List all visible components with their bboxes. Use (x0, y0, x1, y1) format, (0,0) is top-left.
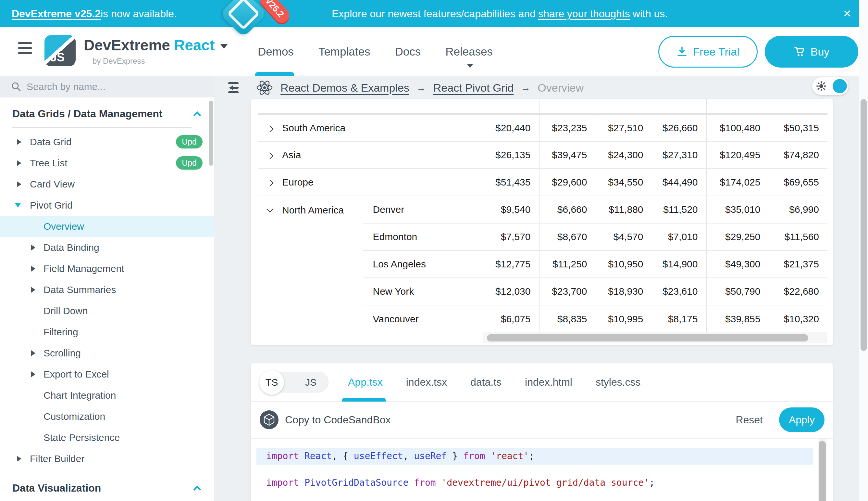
sidebar-item-tree-list[interactable]: Tree ListUpd (0, 152, 214, 173)
pivot-cell: $6,990 (769, 196, 827, 223)
sidebar-item-card-view[interactable]: Card View (0, 173, 214, 195)
nav-item-releases[interactable]: Releases (446, 45, 493, 58)
sidebar-item-label: Pivot Grid (30, 200, 73, 211)
pivot-cell: $34,550 (596, 169, 652, 196)
file-tab-App-tsx[interactable]: App.tsx (348, 376, 383, 388)
pivot-cell: $44,490 (652, 169, 706, 196)
sidebar-item-state-persistence[interactable]: State Persistence (0, 427, 214, 448)
sidebar-item-label: Scrolling (44, 348, 81, 359)
nav-item-demos[interactable]: Demos (258, 45, 294, 58)
pivot-city-header[interactable]: New York (363, 278, 483, 305)
breadcrumb-link-0[interactable]: React Demos & Examples (281, 82, 409, 94)
apply-button[interactable]: Apply (779, 407, 824, 432)
sidebar-item-drill-down[interactable]: Drill Down (0, 300, 214, 321)
collapsed-arrow-icon (31, 266, 35, 271)
collapse-chevron-icon[interactable] (266, 206, 273, 213)
sidebar-item-overview[interactable]: Overview (0, 216, 214, 237)
pivot-city-header[interactable]: Los Angeles (363, 250, 483, 278)
collapse-sidebar-icon[interactable] (225, 81, 240, 94)
code-editor[interactable]: import React, { useEffect, useRef } from… (251, 439, 833, 501)
expand-chevron-icon[interactable] (266, 125, 273, 132)
sidebar-item-filtering[interactable]: Filtering (0, 321, 214, 342)
pivot-row-header[interactable]: Europe (258, 169, 483, 196)
pivot-city-header[interactable]: Vancouver (363, 305, 483, 332)
sidebar-item-label: Drill Down (44, 306, 88, 317)
expanded-arrow-icon (15, 203, 21, 207)
codesandbox-icon[interactable] (260, 411, 278, 429)
expand-chevron-icon[interactable] (266, 152, 273, 159)
page-scrollbar-thumb[interactable] (860, 99, 867, 351)
search-input[interactable] (26, 81, 183, 92)
sidebar-item-chart-integration[interactable]: Chart Integration (0, 385, 214, 406)
reset-button[interactable]: Reset (736, 414, 763, 426)
file-tab-styles-css[interactable]: styles.css (596, 376, 641, 388)
pivot-row-header[interactable]: Asia (258, 141, 483, 169)
language-toggle-knob[interactable]: TS (259, 370, 284, 395)
collapsed-arrow-icon (17, 160, 21, 166)
pivot-grid: South America$20,440$23,235$27,510$26,66… (258, 99, 827, 332)
sidebar-item-pivot-grid[interactable]: Pivot Grid (0, 195, 214, 216)
pivot-row-header[interactable]: South America (258, 114, 483, 141)
section-title: Data Grids / Data Management (12, 108, 162, 120)
copy-to-codesandbox-label[interactable]: Copy to CodeSandBox (285, 414, 391, 426)
code-scrollbar-thumb[interactable] (818, 441, 826, 501)
pivot-clipped-row (258, 99, 827, 114)
sidebar-item-export-to-excel[interactable]: Export to Excel (0, 364, 214, 385)
pivot-group-header[interactable]: North America (258, 196, 363, 332)
file-tab-index-html[interactable]: index.html (525, 376, 572, 388)
sidebar-item-label: State Persistence (44, 432, 120, 443)
framework-dropdown-caret-icon[interactable] (220, 44, 228, 49)
sidebar-item-field-management[interactable]: Field Management (0, 258, 214, 279)
buy-button[interactable]: Buy (765, 36, 858, 67)
file-tab-index-tsx[interactable]: index.tsx (406, 376, 447, 388)
language-toggle-alt-label[interactable]: JS (305, 372, 317, 393)
free-trial-button[interactable]: Free Trial (658, 36, 758, 67)
sidebar-item-filter-builder[interactable]: Filter Builder (0, 448, 214, 469)
file-tab-data-ts[interactable]: data.ts (470, 376, 502, 388)
pivot-city-header[interactable]: Edmonton (363, 223, 483, 250)
sidebar-item-scrolling[interactable]: Scrolling (0, 342, 214, 364)
theme-toggle-knob[interactable] (833, 79, 847, 93)
brand-byline: by DevExpress (92, 56, 145, 66)
banner-close-icon[interactable]: ✕ (837, 0, 857, 27)
pivot-city-header[interactable]: Denver (363, 196, 483, 223)
expand-chevron-icon[interactable] (266, 180, 273, 186)
sidebar-item-label: Tree List (30, 158, 67, 169)
pivot-cell: $29,600 (539, 169, 596, 196)
sidebar-item-data-binding[interactable]: Data Binding (0, 237, 214, 258)
sidebar-section-data-visualization[interactable]: Data Visualization (0, 476, 214, 500)
top-navigation: DemosTemplatesDocsReleases (258, 27, 493, 76)
react-icon (256, 79, 273, 96)
download-icon (677, 46, 688, 57)
pivot-horizontal-scrollbar (483, 332, 827, 343)
pivot-cell: $50,315 (769, 114, 827, 141)
sidebar-item-customization[interactable]: Customization (0, 406, 214, 427)
pivot-cell: $11,560 (769, 223, 827, 250)
pivot-cell: $6,075 (483, 305, 539, 332)
buy-label: Buy (811, 45, 830, 58)
pivot-cell: $23,610 (652, 278, 706, 305)
pivot-cell: $9,540 (483, 196, 539, 223)
sidebar-item-data-summaries[interactable]: Data Summaries (0, 279, 214, 300)
pivot-horizontal-scrollbar-thumb[interactable] (487, 334, 808, 341)
code-line-2: import PivotGridDataSource from 'devextr… (256, 475, 813, 491)
breadcrumb-link-1[interactable]: React Pivot Grid (433, 82, 514, 94)
sidebar-scrollbar-thumb[interactable] (209, 101, 213, 166)
language-toggle[interactable]: TS JS (260, 372, 329, 393)
devextreme-js-logo[interactable]: JS (44, 35, 76, 66)
collapsed-arrow-icon (31, 350, 35, 356)
brand-name: DevExtreme (84, 37, 170, 54)
sidebar-section-data-grids[interactable]: Data Grids / Data Management (0, 102, 214, 125)
sidebar-item-data-grid[interactable]: Data GridUpd (0, 131, 214, 152)
pivot-cell: $7,010 (652, 223, 706, 250)
hamburger-menu-icon[interactable] (18, 42, 32, 55)
cart-icon (794, 46, 805, 57)
releases-dropdown-caret-icon[interactable] (467, 64, 473, 68)
pivot-cell: $24,300 (596, 141, 652, 169)
share-your-thoughts-link[interactable]: share your thoughts (538, 8, 630, 20)
group-label: North America (282, 205, 344, 215)
theme-toggle[interactable] (812, 77, 848, 95)
banner-release-link[interactable]: DevExtreme v25.2 (12, 8, 101, 20)
nav-item-docs[interactable]: Docs (395, 45, 421, 58)
nav-item-templates[interactable]: Templates (318, 45, 370, 58)
